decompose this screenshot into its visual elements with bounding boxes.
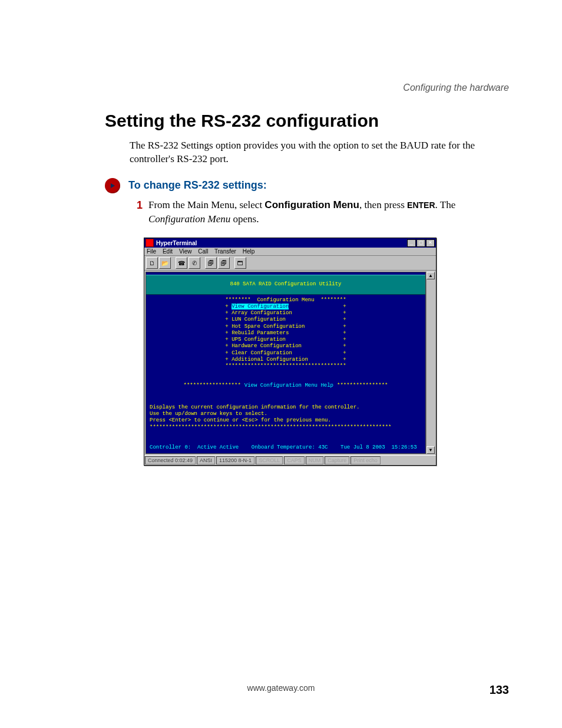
menu-transfer[interactable]: Transfer	[214, 248, 236, 255]
menu-item-lun[interactable]: + LUN Configuration +	[225, 317, 346, 323]
status-num: NUM	[306, 456, 324, 465]
footer-page-number: 133	[490, 683, 509, 697]
status-line-settings: 115200 8-N-1	[216, 456, 254, 465]
help-title-row: ****************** View Configuration Me…	[146, 383, 425, 389]
menu-item-addl[interactable]: + Additional Configuration +	[225, 357, 346, 363]
menu-item-array[interactable]: + Array Configuration +	[225, 310, 346, 317]
terminal-status-line: Controller 0: Active Active Onboard Temp…	[146, 444, 425, 451]
window-titlebar: HyperTerminal _ ▢ ✕	[144, 238, 436, 248]
page-title: Setting the RS-232 configuration	[105, 111, 515, 131]
scroll-down-icon[interactable]: ▼	[427, 446, 435, 454]
vertical-scrollbar[interactable]: ▲ ▼	[426, 272, 435, 454]
menu-header-line: ******** Configuration Menu ********	[146, 297, 425, 304]
menu-item-hotspare[interactable]: + Hot Spare Configuration +	[225, 324, 346, 330]
toolbar-disconnect-icon[interactable]: ✆	[189, 257, 200, 269]
svg-marker-0	[111, 183, 115, 188]
menu-edit[interactable]: Edit	[163, 248, 173, 255]
menu-item-ups[interactable]: + UPS Configuration +	[225, 337, 346, 343]
window-statusbar: Connected 0:02:49 ANSI 115200 8-N-1 SCRO…	[144, 455, 436, 465]
toolbar-properties-icon[interactable]: 🗔	[234, 257, 246, 269]
menu-help[interactable]: Help	[243, 248, 255, 255]
procedure-title: To change RS-232 settings:	[128, 179, 267, 192]
menubar: File Edit View Call Transfer Help	[144, 248, 436, 256]
toolbar-new-icon[interactable]: 🗋	[146, 257, 158, 269]
menu-item-view[interactable]: + View Configuration +	[225, 304, 346, 310]
terminal-area: 840 SATA RAID Configuration Utility ****…	[146, 272, 426, 454]
arrow-icon	[105, 178, 120, 193]
configuration-menu: + View Configuration + + Array Configura…	[225, 304, 346, 363]
menu-item-hardware[interactable]: + Hardware Configuration +	[225, 343, 346, 350]
footer-url: www.gateway.com	[247, 683, 315, 693]
status-capture: Capture	[325, 456, 349, 465]
step-number: 1	[134, 198, 143, 226]
status-printecho: Print echo	[351, 456, 381, 465]
maximize-button[interactable]: ▢	[416, 239, 425, 247]
intro-paragraph: The RS-232 Settings option provides you …	[130, 139, 503, 166]
step-1: 1 From the Main Menu, select Configurati…	[134, 198, 503, 226]
menu-item-clear[interactable]: + Clear Configuration +	[225, 350, 346, 357]
toolbar-receive-icon[interactable]: 🗐	[218, 257, 230, 269]
menu-call[interactable]: Call	[198, 248, 208, 255]
help-text: Displays the current configuration infor…	[146, 398, 425, 438]
window-title: HyperTerminal	[156, 240, 197, 246]
toolbar-send-icon[interactable]: 🗐	[205, 257, 217, 269]
procedure-heading: To change RS-232 settings:	[105, 178, 515, 193]
close-button[interactable]: ✕	[426, 239, 435, 247]
hyperterminal-window: HyperTerminal _ ▢ ✕ File Edit View Call …	[144, 238, 437, 466]
status-emulation: ANSI	[197, 456, 215, 465]
status-scroll: SCROLL	[256, 456, 283, 465]
menu-file[interactable]: File	[147, 248, 156, 255]
menu-item-rebuild[interactable]: + Rebuild Parameters +	[225, 330, 346, 337]
status-connected: Connected 0:02:49	[145, 456, 196, 465]
toolbar-connect-icon[interactable]: ☎	[176, 257, 187, 269]
page-footer: www.gateway.com 133	[0, 683, 562, 693]
toolbar: 🗋 📂 ☎ ✆ 🗐 🗐 🗔	[144, 256, 436, 271]
step-text: From the Main Menu, select Configuration…	[148, 198, 503, 226]
menu-view[interactable]: View	[179, 248, 192, 255]
minimize-button[interactable]: _	[407, 239, 416, 247]
app-icon	[146, 239, 154, 247]
status-caps: CAPS	[284, 456, 305, 465]
terminal-banner: 840 SATA RAID Configuration Utility	[146, 275, 425, 294]
scroll-up-icon[interactable]: ▲	[427, 272, 435, 279]
toolbar-open-icon[interactable]: 📂	[159, 257, 171, 269]
menu-footer-line: **************************************	[146, 363, 425, 370]
running-header: Configuring the hardware	[47, 83, 515, 93]
